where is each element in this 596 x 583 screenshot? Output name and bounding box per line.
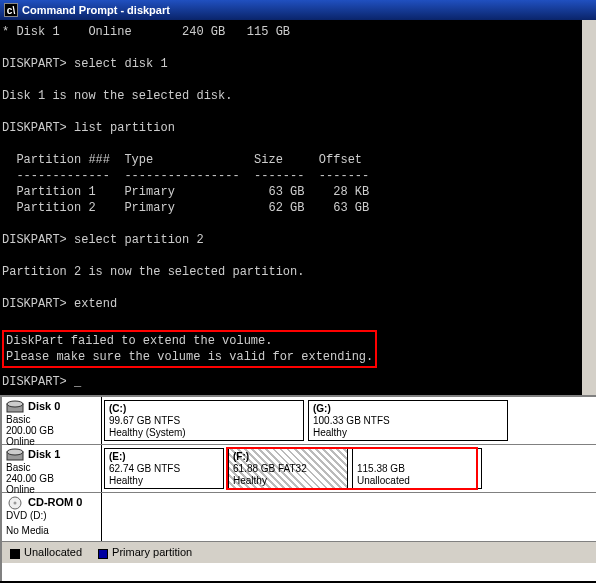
svg-point-3	[7, 449, 23, 455]
svg-point-5	[14, 502, 17, 505]
swatch-primary	[98, 549, 108, 559]
disk-type: Basic	[6, 414, 97, 425]
error-box: DiskPart failed to extend the volume. Pl…	[2, 330, 377, 368]
legend: Unallocated Primary partition	[2, 541, 596, 563]
terminal[interactable]: * Disk 1 Online 240 GB 115 GB DISKPART> …	[0, 20, 596, 395]
disk-list[interactable]: Disk 0 Basic 200.00 GB Online (C:) 99.67…	[2, 397, 596, 541]
output: Disk 1 is now the selected disk.	[2, 89, 232, 103]
disk-name: Disk 1	[28, 448, 60, 460]
prompt: DISKPART>	[2, 121, 67, 135]
disk-icon	[6, 400, 24, 414]
output: Partition 2 is now the selected partitio…	[2, 265, 304, 279]
prompt: DISKPART>	[2, 233, 67, 247]
svg-point-1	[7, 401, 23, 407]
cmd-select-partition: select partition 2	[74, 233, 204, 247]
cmd-icon: c\	[4, 3, 18, 17]
volume-info: 100.33 GB NTFS	[313, 415, 390, 426]
volume-info: 115.38 GB	[357, 463, 405, 474]
swatch-unallocated	[10, 549, 20, 559]
volume-letter: (G:)	[313, 403, 331, 414]
cmd-extend: extend	[74, 297, 117, 311]
table-row: Partition 2 Primary 62 GB 63 GB	[2, 201, 369, 215]
disk-type: Basic	[6, 462, 97, 473]
cmd-select-disk: select disk 1	[74, 57, 168, 71]
cdrom-icon	[6, 496, 24, 510]
volume-g[interactable]: (G:) 100.33 GB NTFS Healthy	[308, 400, 508, 441]
volume-e[interactable]: (E:) 62.74 GB NTFS Healthy	[104, 448, 224, 489]
volumes: (C:) 99.67 GB NTFS Healthy (System) (G:)…	[102, 397, 596, 444]
cmd-list-partition: list partition	[74, 121, 175, 135]
volumes: (E:) 62.74 GB NTFS Healthy (F:) 61.88 GB…	[102, 445, 596, 492]
disk-management-panel: Disk 0 Basic 200.00 GB Online (C:) 99.67…	[0, 395, 596, 581]
disk-type: DVD (D:)	[6, 510, 97, 521]
volume-info: 99.67 GB NTFS	[109, 415, 180, 426]
disk-header: Disk 0 Basic 200.00 GB Online	[2, 397, 102, 444]
volume-status: Healthy (System)	[109, 427, 186, 438]
volume-letter: (F:)	[233, 451, 249, 462]
volume-status: Healthy	[233, 475, 267, 486]
disk-header: CD-ROM 0 DVD (D:) No Media	[2, 493, 102, 541]
volume-letter: (C:)	[109, 403, 126, 414]
legend-primary: Primary partition	[98, 546, 192, 558]
disk-name: Disk 0	[28, 400, 60, 412]
volume-status: Unallocated	[357, 475, 410, 486]
volume-status: Healthy	[313, 427, 347, 438]
window-title: Command Prompt - diskpart	[22, 4, 170, 16]
disk-row-0[interactable]: Disk 0 Basic 200.00 GB Online (C:) 99.67…	[2, 397, 596, 445]
table-header: Partition ### Type Size Offset	[2, 153, 362, 167]
volume-status: Healthy	[109, 475, 143, 486]
error-line: DiskPart failed to extend the volume.	[6, 334, 272, 348]
prompt: DISKPART>	[2, 297, 67, 311]
table-row: Partition 1 Primary 63 GB 28 KB	[2, 185, 369, 199]
disk-media: No Media	[6, 525, 97, 536]
volume-c[interactable]: (C:) 99.67 GB NTFS Healthy (System)	[104, 400, 304, 441]
disk-row-1[interactable]: Disk 1 Basic 240.00 GB Online (E:) 62.74…	[2, 445, 596, 493]
legend-unallocated: Unallocated	[10, 546, 82, 558]
error-line: Please make sure the volume is valid for…	[6, 350, 373, 364]
volume-f[interactable]: (F:) 61.88 GB FAT32 Healthy	[228, 448, 348, 489]
volume-info: 62.74 GB NTFS	[109, 463, 180, 474]
prompt: DISKPART>	[2, 375, 67, 389]
disk-size: 240.00 GB	[6, 473, 97, 484]
volume-unallocated[interactable]: 115.38 GB Unallocated	[352, 448, 482, 489]
disk-size: 200.00 GB	[6, 425, 97, 436]
disk-header: Disk 1 Basic 240.00 GB Online	[2, 445, 102, 492]
volumes	[102, 493, 596, 541]
volume-letter: (E:)	[109, 451, 126, 462]
volume-info: 61.88 GB FAT32	[233, 463, 307, 474]
table-rule: ------------- ---------------- ------- -…	[2, 169, 369, 183]
cursor[interactable]: _	[74, 375, 81, 389]
term-line: * Disk 1 Online 240 GB 115 GB	[2, 25, 290, 39]
disk-row-cdrom[interactable]: CD-ROM 0 DVD (D:) No Media	[2, 493, 596, 541]
titlebar[interactable]: c\ Command Prompt - diskpart	[0, 0, 596, 20]
disk-icon	[6, 448, 24, 462]
prompt: DISKPART>	[2, 57, 67, 71]
disk-name: CD-ROM 0	[28, 496, 82, 508]
